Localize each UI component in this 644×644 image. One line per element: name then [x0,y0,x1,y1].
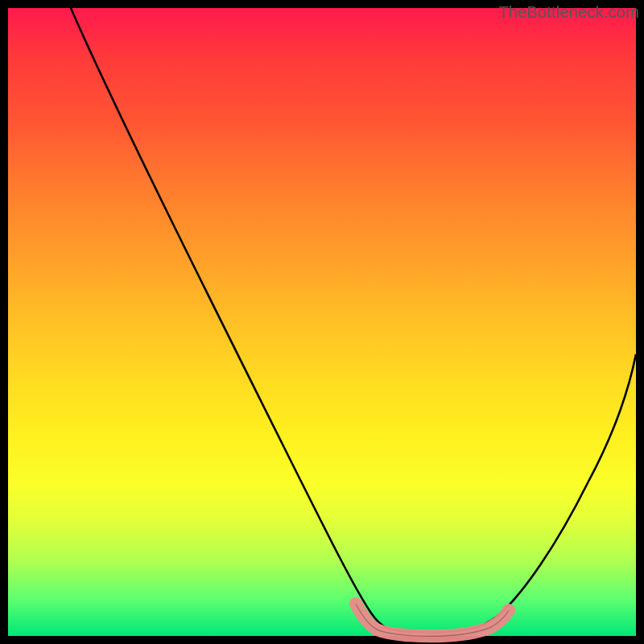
chart-container: TheBottleneck.com [0,0,644,644]
watermark-text: TheBottleneck.com [498,3,639,22]
curve-line [71,8,636,632]
chart-svg [0,0,644,644]
highlight-band [356,604,509,636]
